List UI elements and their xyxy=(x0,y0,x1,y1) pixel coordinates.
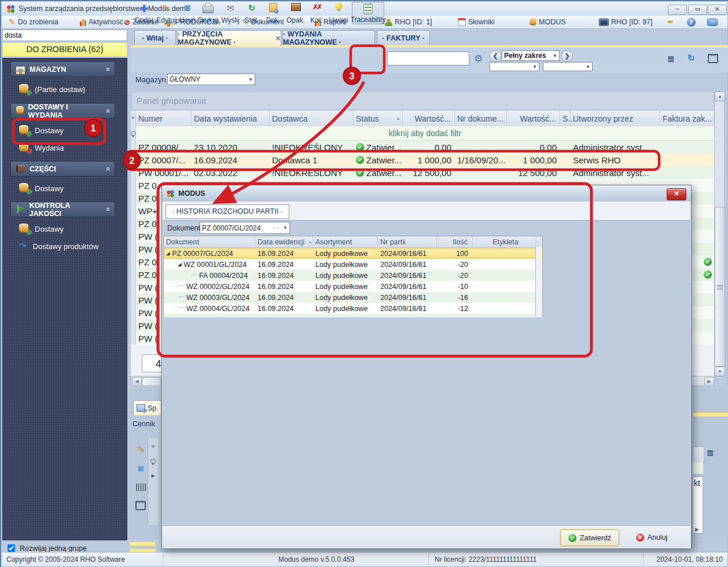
table-row[interactable]: PW 00001/...02.03.2022 !NIEOKREŚLONY ✓Za… xyxy=(131,166,714,179)
table-row-selected[interactable]: ▶ PZ 00007/...16.09.2024 Dostawca 1 ✓Zat… xyxy=(131,153,714,166)
chevron-up-icon[interactable]: « xyxy=(104,109,113,113)
expander-icon[interactable]: ◢ xyxy=(166,251,170,256)
col-ilosc[interactable]: Ilość xyxy=(437,236,473,247)
help-button[interactable]: ? xyxy=(687,17,696,27)
menu-item-modus[interactable]: MODUS xyxy=(530,17,566,27)
col-wartosc-1[interactable]: Wartość... xyxy=(403,111,455,126)
grouping-panel[interactable]: Panel grupowania xyxy=(131,92,714,110)
sidebar-section-magazyn[interactable]: MAGAZYN« xyxy=(10,61,115,77)
scroll-down-icon[interactable]: ▼ xyxy=(715,367,725,376)
sidebar-section-dostawy-i-wydania[interactable]: DOSTAWY I WYDANIA« xyxy=(10,103,115,119)
collapsed-filter-strip[interactable]: ✳ ▶ xyxy=(148,438,158,525)
usun-button[interactable]: ✖Usuń xyxy=(177,2,198,24)
edytuj-button[interactable]: ✎Edytuj xyxy=(155,2,178,24)
sidebar-item-dostawy-produktow[interactable]: ↷Dostawy produktów xyxy=(10,239,115,254)
cennik-label[interactable]: Cennik xyxy=(133,420,155,428)
tab-close-icon[interactable]: ✕ xyxy=(275,35,281,42)
modal-table-scrollbar[interactable] xyxy=(535,247,542,317)
drukuj-button[interactable]: Drukuj xyxy=(196,2,219,24)
tab-wydania-magazynowe[interactable]: · WYDANIA MAGAZYNOWE · xyxy=(282,30,375,45)
anuluj-button[interactable]: ✕Anuluj xyxy=(628,529,675,545)
scroll-up-icon[interactable]: ▲ xyxy=(715,92,725,101)
sidebar-item-czesci-dostawy[interactable]: Dostawy xyxy=(10,181,115,196)
modal-table-row[interactable]: FA 00004/2024 16.09.2024Lody pudełkowe 2… xyxy=(164,270,542,281)
magazyn-select[interactable]: GŁÓWNY▼ xyxy=(167,74,255,85)
scroll-right-icon[interactable]: ▶ xyxy=(704,377,714,386)
chevron-up-icon[interactable]: « xyxy=(104,167,113,171)
traceability-button[interactable]: Traceability xyxy=(352,2,384,24)
stat-button[interactable]: ↻Stat. xyxy=(241,2,263,24)
wyslij-button[interactable]: ✉Wyślij xyxy=(219,2,242,24)
modal-tab-historia[interactable]: · HISTORIA ROZCHODU PARTII · xyxy=(166,204,289,219)
pencil-icon[interactable]: ✎ xyxy=(137,444,145,455)
todo-banner[interactable]: DO ZROBIENIA (62) xyxy=(2,42,127,57)
modal-close-button[interactable]: ✕ xyxy=(667,188,686,200)
dokument-combo[interactable]: PZ 00007/GL/2024 ··· ▼ xyxy=(200,222,290,234)
barcode-icon[interactable] xyxy=(136,484,146,491)
col-dokument[interactable]: Dokument xyxy=(164,236,255,247)
sync-icon[interactable]: ↻ xyxy=(687,53,695,63)
col-data-ewidencji[interactable]: Data ewidencji▲ xyxy=(255,236,313,247)
gear-icon[interactable]: ⚙ xyxy=(474,53,483,65)
maximize-button[interactable]: ▭ xyxy=(688,5,707,15)
toolbar-search-input[interactable] xyxy=(387,52,469,65)
scrollbar-thumb[interactable] xyxy=(715,207,725,367)
col-numer[interactable]: Numer xyxy=(136,111,192,126)
modal-table-row[interactable]: WZ 00004/GL/2024 16.09.2024Lody pudełkow… xyxy=(164,303,542,314)
sidebar-section-czesci[interactable]: CZĘŚCI« xyxy=(10,161,115,177)
ellipsis-button[interactable]: ··· xyxy=(273,225,280,231)
range-prev-button[interactable]: ❮ xyxy=(490,50,501,62)
list-view-icon[interactable]: ≣ xyxy=(667,54,674,64)
scroll-left-icon[interactable]: ◀ xyxy=(132,377,142,386)
menu-item-slowniki[interactable]: Słowniki xyxy=(458,17,495,27)
menu-item-rho-97[interactable]: RHO [ID: 97] xyxy=(599,17,653,27)
layout-icon[interactable] xyxy=(135,501,146,510)
close-button[interactable]: ✕ xyxy=(708,5,727,15)
menu-item-rho-1[interactable]: RHO [ID: 1] xyxy=(385,17,432,27)
kor-button[interactable]: ✗✗Kor. xyxy=(306,2,327,24)
col-dostawca[interactable]: Dostawca xyxy=(270,111,354,126)
table-row[interactable]: PZ 00008/...23.10.2020 !NIEOKREŚLONY ✓Za… xyxy=(131,141,714,153)
col-s[interactable]: S... xyxy=(560,111,571,126)
chevron-down-icon[interactable]: ▼ xyxy=(283,225,288,231)
col-nr-dokumentu[interactable]: Nr dokume... xyxy=(455,111,507,126)
theme-brush-button[interactable]: ✒ xyxy=(667,17,674,27)
tab-faktury[interactable]: · FAKTURY · xyxy=(377,30,430,45)
tab-witaj[interactable]: · Witaj · xyxy=(134,30,176,45)
filter-select-2[interactable]: ▼ xyxy=(543,62,593,71)
sidebar-item-partie-dostaw[interactable]: (Partie dostaw) xyxy=(10,82,115,97)
scrollbar-thumb[interactable] xyxy=(142,377,161,386)
col-etykieta[interactable]: Etykieta xyxy=(473,236,536,247)
col-asortyment[interactable]: Asortyment xyxy=(313,236,378,247)
modal-table-row[interactable]: ◢WZ 00001/GL/2024 16.09.2024Lody pudełko… xyxy=(164,259,542,270)
modal-table-row[interactable]: WZ 00003/GL/2024 16.09.2024Lody pudełkow… xyxy=(164,292,542,303)
layout-icon[interactable] xyxy=(708,54,718,63)
chevron-up-icon[interactable]: « xyxy=(104,207,113,211)
sidebar-item-kj-dostawy[interactable]: Dostawy xyxy=(10,221,115,236)
col-wartosc-2[interactable]: Wartość... xyxy=(507,111,560,126)
col-data-wystawienia[interactable]: Data wystawienia xyxy=(192,111,270,126)
list-view-icon[interactable]: ≣ xyxy=(707,448,714,458)
col-utworzony-przez[interactable]: Utworzony przez xyxy=(571,111,660,126)
sidebar-item-dostawy[interactable]: Dostawy xyxy=(10,123,115,138)
chevron-up-icon[interactable]: « xyxy=(104,67,113,71)
feedback-button[interactable]: ⋯ xyxy=(707,17,718,27)
expander-icon[interactable]: ◢ xyxy=(178,262,181,267)
col-nr-partii[interactable]: Nr partii xyxy=(378,236,437,247)
col-status[interactable]: Status▲ xyxy=(354,111,403,126)
col-faktura-zakupu[interactable]: Faktura zak... xyxy=(660,111,714,126)
modal-table-row[interactable]: WZ 00002/GL/2024 16.09.2024Lody pudełkow… xyxy=(164,281,542,292)
sidebar-item-wydania[interactable]: Wydania xyxy=(10,140,115,155)
range-select[interactable]: Pełny zakres▼ xyxy=(502,50,560,61)
uwagi-button[interactable]: Uwagi xyxy=(326,2,351,24)
search-input[interactable] xyxy=(2,30,127,41)
delete-icon[interactable]: ✖ xyxy=(137,464,145,474)
range-next-button[interactable]: ❯ xyxy=(561,50,573,62)
modal-table-row-selected[interactable]: ◢PZ 00007/GL/2024 16.09.2024Lody pudełko… xyxy=(164,248,542,259)
dok-button[interactable]: Dok. xyxy=(262,2,284,24)
sidebar-section-kontrola-jakosci[interactable]: KONTROLA JAKOŚCI« xyxy=(10,202,115,217)
opak-button[interactable]: Opak. xyxy=(284,2,307,24)
filter-select-1[interactable]: ▼ xyxy=(490,62,539,71)
dodaj-button[interactable]: ✚Dodaj xyxy=(133,2,155,24)
expand-group-checkbox[interactable] xyxy=(8,544,15,552)
